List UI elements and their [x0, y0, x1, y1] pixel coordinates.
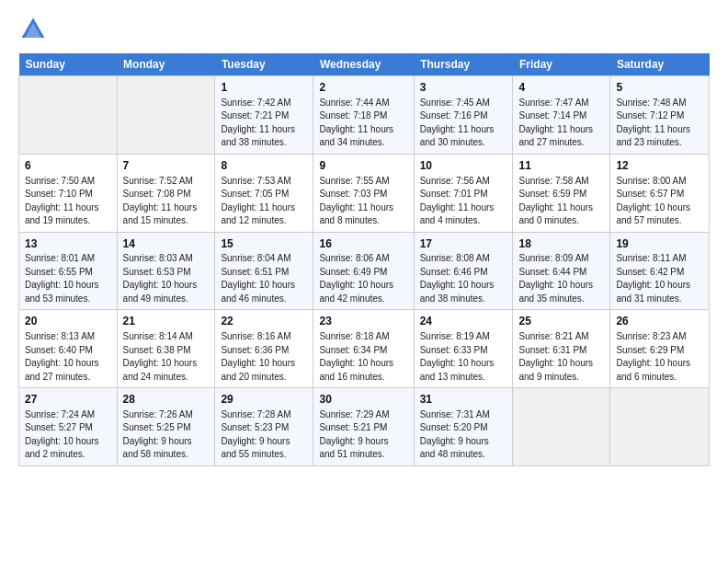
header: [18, 15, 710, 44]
day-number: 14: [123, 236, 210, 252]
day-info: Sunrise: 8:18 AM Sunset: 6:34 PM Dayligh…: [319, 330, 407, 384]
calendar-cell: 20Sunrise: 8:13 AM Sunset: 6:40 PM Dayli…: [19, 310, 118, 388]
day-number: 3: [420, 80, 507, 96]
day-of-week-header: Sunday: [19, 53, 118, 76]
day-number: 6: [25, 158, 111, 174]
day-info: Sunrise: 8:11 AM Sunset: 6:42 PM Dayligh…: [616, 252, 703, 305]
day-number: 25: [518, 314, 604, 329]
day-of-week-header: Wednesday: [313, 53, 414, 76]
day-info: Sunrise: 8:06 AM Sunset: 6:49 PM Dayligh…: [319, 252, 407, 305]
calendar-cell: 10Sunrise: 7:56 AM Sunset: 7:01 PM Dayli…: [414, 154, 513, 232]
day-number: 15: [221, 236, 307, 252]
calendar-cell: 14Sunrise: 8:03 AM Sunset: 6:53 PM Dayli…: [117, 232, 215, 310]
day-info: Sunrise: 7:48 AM Sunset: 7:12 PM Dayligh…: [616, 97, 703, 150]
day-info: Sunrise: 8:08 AM Sunset: 6:46 PM Dayligh…: [420, 252, 507, 305]
calendar-cell: 9Sunrise: 7:55 AM Sunset: 7:03 PM Daylig…: [313, 154, 414, 232]
day-info: Sunrise: 7:53 AM Sunset: 7:05 PM Dayligh…: [221, 175, 307, 228]
logo-icon: [18, 15, 48, 44]
day-number: 17: [420, 236, 507, 252]
calendar-week-row: 27Sunrise: 7:24 AM Sunset: 5:27 PM Dayli…: [19, 388, 710, 466]
day-info: Sunrise: 7:42 AM Sunset: 7:21 PM Dayligh…: [221, 97, 307, 150]
day-number: 23: [319, 314, 407, 329]
day-info: Sunrise: 8:13 AM Sunset: 6:40 PM Dayligh…: [25, 330, 111, 384]
calendar-cell: [117, 76, 215, 155]
calendar-cell: 31Sunrise: 7:31 AM Sunset: 5:20 PM Dayli…: [414, 388, 513, 466]
calendar-cell: 2Sunrise: 7:44 AM Sunset: 7:18 PM Daylig…: [313, 76, 414, 155]
day-info: Sunrise: 7:31 AM Sunset: 5:20 PM Dayligh…: [420, 408, 507, 462]
day-info: Sunrise: 7:55 AM Sunset: 7:03 PM Dayligh…: [319, 175, 407, 228]
calendar-cell: 22Sunrise: 8:16 AM Sunset: 6:36 PM Dayli…: [215, 310, 313, 388]
calendar-cell: 15Sunrise: 8:04 AM Sunset: 6:51 PM Dayli…: [215, 232, 313, 310]
day-number: 18: [518, 236, 604, 252]
day-number: 4: [518, 80, 604, 96]
calendar-cell: 12Sunrise: 8:00 AM Sunset: 6:57 PM Dayli…: [610, 154, 710, 232]
day-info: Sunrise: 7:58 AM Sunset: 6:59 PM Dayligh…: [518, 175, 604, 228]
day-number: 2: [319, 80, 407, 96]
calendar-cell: 11Sunrise: 7:58 AM Sunset: 6:59 PM Dayli…: [513, 154, 610, 232]
day-number: 9: [319, 158, 407, 174]
day-of-week-header: Friday: [513, 53, 610, 76]
day-info: Sunrise: 8:23 AM Sunset: 6:29 PM Dayligh…: [616, 330, 703, 384]
day-number: 12: [616, 158, 703, 174]
day-number: 8: [221, 158, 307, 174]
calendar-cell: 24Sunrise: 8:19 AM Sunset: 6:33 PM Dayli…: [414, 310, 513, 388]
day-number: 27: [25, 392, 111, 408]
calendar-week-row: 1Sunrise: 7:42 AM Sunset: 7:21 PM Daylig…: [19, 76, 710, 155]
day-info: Sunrise: 8:16 AM Sunset: 6:36 PM Dayligh…: [221, 330, 307, 384]
day-info: Sunrise: 8:04 AM Sunset: 6:51 PM Dayligh…: [221, 252, 307, 305]
calendar-cell: 30Sunrise: 7:29 AM Sunset: 5:21 PM Dayli…: [313, 388, 414, 466]
day-info: Sunrise: 8:01 AM Sunset: 6:55 PM Dayligh…: [25, 252, 111, 305]
day-number: 31: [420, 392, 507, 408]
logo: [18, 15, 51, 44]
calendar-cell: 29Sunrise: 7:28 AM Sunset: 5:23 PM Dayli…: [215, 388, 313, 466]
calendar-cell: [513, 388, 610, 466]
calendar-cell: 19Sunrise: 8:11 AM Sunset: 6:42 PM Dayli…: [610, 232, 710, 310]
calendar-cell: 16Sunrise: 8:06 AM Sunset: 6:49 PM Dayli…: [313, 232, 414, 310]
day-info: Sunrise: 7:29 AM Sunset: 5:21 PM Dayligh…: [319, 408, 407, 462]
day-number: 19: [616, 236, 703, 252]
day-info: Sunrise: 8:19 AM Sunset: 6:33 PM Dayligh…: [420, 330, 507, 384]
calendar-cell: 28Sunrise: 7:26 AM Sunset: 5:25 PM Dayli…: [117, 388, 215, 466]
day-number: 1: [221, 80, 307, 96]
day-number: 10: [420, 158, 507, 174]
calendar-cell: 17Sunrise: 8:08 AM Sunset: 6:46 PM Dayli…: [414, 232, 513, 310]
calendar-cell: 4Sunrise: 7:47 AM Sunset: 7:14 PM Daylig…: [513, 76, 610, 155]
calendar-cell: 3Sunrise: 7:45 AM Sunset: 7:16 PM Daylig…: [414, 76, 513, 155]
calendar-cell: 8Sunrise: 7:53 AM Sunset: 7:05 PM Daylig…: [215, 154, 313, 232]
day-info: Sunrise: 7:47 AM Sunset: 7:14 PM Dayligh…: [518, 97, 604, 150]
calendar-cell: 5Sunrise: 7:48 AM Sunset: 7:12 PM Daylig…: [610, 76, 710, 155]
day-of-week-header: Tuesday: [215, 53, 313, 76]
calendar-week-row: 6Sunrise: 7:50 AM Sunset: 7:10 PM Daylig…: [19, 154, 710, 232]
calendar-cell: 6Sunrise: 7:50 AM Sunset: 7:10 PM Daylig…: [19, 154, 118, 232]
day-number: 22: [221, 314, 307, 329]
calendar-cell: [610, 388, 710, 466]
day-number: 29: [221, 392, 307, 408]
day-info: Sunrise: 7:26 AM Sunset: 5:25 PM Dayligh…: [123, 408, 210, 462]
day-number: 21: [123, 314, 210, 329]
day-of-week-header: Monday: [117, 53, 215, 76]
page: SundayMondayTuesdayWednesdayThursdayFrid…: [0, 0, 728, 563]
day-of-week-header: Thursday: [414, 53, 513, 76]
day-info: Sunrise: 7:44 AM Sunset: 7:18 PM Dayligh…: [319, 97, 407, 150]
day-number: 11: [518, 158, 604, 174]
calendar-cell: 27Sunrise: 7:24 AM Sunset: 5:27 PM Dayli…: [19, 388, 118, 466]
calendar-week-row: 13Sunrise: 8:01 AM Sunset: 6:55 PM Dayli…: [19, 232, 710, 310]
day-number: 24: [420, 314, 507, 329]
calendar-cell: 18Sunrise: 8:09 AM Sunset: 6:44 PM Dayli…: [513, 232, 610, 310]
day-info: Sunrise: 7:52 AM Sunset: 7:08 PM Dayligh…: [123, 175, 210, 228]
day-number: 30: [319, 392, 407, 408]
calendar-cell: 21Sunrise: 8:14 AM Sunset: 6:38 PM Dayli…: [117, 310, 215, 388]
day-info: Sunrise: 8:00 AM Sunset: 6:57 PM Dayligh…: [616, 175, 703, 228]
calendar-cell: 25Sunrise: 8:21 AM Sunset: 6:31 PM Dayli…: [513, 310, 610, 388]
day-number: 20: [25, 314, 111, 329]
day-info: Sunrise: 8:09 AM Sunset: 6:44 PM Dayligh…: [518, 252, 604, 305]
calendar-week-row: 20Sunrise: 8:13 AM Sunset: 6:40 PM Dayli…: [19, 310, 710, 388]
day-info: Sunrise: 8:14 AM Sunset: 6:38 PM Dayligh…: [123, 330, 210, 384]
calendar-cell: 23Sunrise: 8:18 AM Sunset: 6:34 PM Dayli…: [313, 310, 414, 388]
day-number: 13: [25, 236, 111, 252]
day-number: 5: [616, 80, 703, 96]
calendar-header-row: SundayMondayTuesdayWednesdayThursdayFrid…: [19, 53, 710, 76]
day-number: 16: [319, 236, 407, 252]
day-info: Sunrise: 7:28 AM Sunset: 5:23 PM Dayligh…: [221, 408, 307, 462]
calendar-cell: 13Sunrise: 8:01 AM Sunset: 6:55 PM Dayli…: [19, 232, 118, 310]
